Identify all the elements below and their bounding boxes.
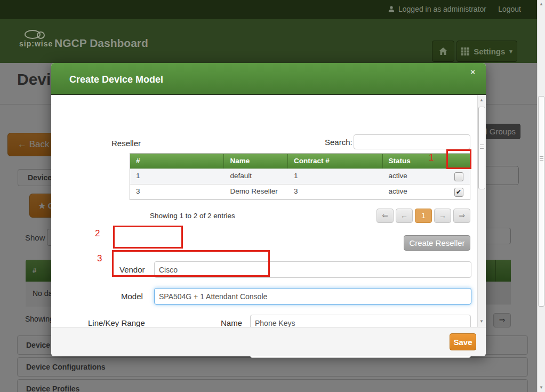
table-row[interactable]: 1 default 1 active [130, 169, 470, 184]
search-label: Search: [325, 138, 352, 147]
cell-id: 3 [130, 185, 224, 199]
linekey-range-label: Line/Key Range [88, 318, 145, 327]
pagination-prev-button[interactable]: ← [396, 209, 413, 223]
col-header-contract[interactable]: Contract # [288, 154, 382, 169]
modal-body: Reseller Search: # Name Contract # Statu… [51, 95, 486, 327]
cell-name: default [224, 169, 288, 184]
reseller-label: Reseller [111, 139, 141, 148]
close-icon[interactable]: × [470, 67, 475, 76]
scrollbar-grip [540, 156, 543, 161]
vendor-input[interactable] [154, 261, 471, 278]
pagination: ⇐ ← 1 → ⇒ [376, 209, 470, 223]
top-bar: Logged in as administrator Logout [0, 0, 545, 19]
linekey-name-label: Name [221, 318, 242, 327]
sipwise-logo-icon-small [37, 31, 45, 39]
screen: Logged in as administrator Logout sip:wi… [0, 0, 545, 392]
scroll-up-icon[interactable]: ▲ [478, 96, 485, 105]
save-button[interactable]: Save [450, 333, 476, 350]
home-button[interactable] [432, 41, 454, 62]
settings-label: Settings [474, 47, 505, 56]
logout-link[interactable]: Logout [498, 5, 521, 13]
page-scrollbar[interactable]: ▲ ▼ [537, 0, 545, 392]
user-icon [388, 6, 395, 12]
brand-sipwise-text: sip:wise [19, 39, 53, 48]
cell-contract: 1 [288, 169, 382, 184]
cell-status: active [383, 169, 448, 184]
create-reseller-button[interactable]: Create Reseller [404, 235, 470, 251]
logged-in-label: Logged in as administrator [398, 5, 486, 13]
pagination-last-button[interactable]: ⇒ [453, 209, 470, 223]
model-input[interactable] [154, 288, 471, 305]
caret-down-icon: ▾ [509, 48, 512, 55]
pagination-next-button[interactable]: → [434, 209, 451, 223]
table-row[interactable]: 3 Demo Reseller 3 active ✔ [130, 184, 470, 199]
search-input[interactable] [354, 134, 470, 149]
modal-scrollbar[interactable]: ▲ ▼ [477, 95, 486, 327]
reseller-checkbox-checked[interactable]: ✔ [454, 188, 463, 197]
scrollbar-grip [480, 145, 484, 149]
modal-footer: Save [51, 327, 486, 356]
pagination-page-1-button[interactable]: 1 [415, 209, 432, 223]
page-scrollbar-thumb[interactable] [538, 96, 544, 307]
logged-in-user: Logged in as administrator [388, 5, 486, 13]
home-icon [439, 47, 447, 55]
col-header-id[interactable]: # [130, 154, 224, 169]
col-header-status[interactable]: Status [383, 154, 448, 169]
cell-contract: 3 [288, 185, 382, 199]
create-device-model-modal: Create Device Model × Reseller Search: #… [51, 63, 486, 356]
cell-name: Demo Reseller [224, 185, 288, 199]
scroll-down-icon[interactable]: ▼ [478, 317, 485, 326]
showing-entries-text: Showing 1 to 2 of 2 entries [150, 212, 235, 220]
modal-title: Create Device Model [69, 74, 163, 85]
scroll-down-icon[interactable]: ▼ [538, 383, 545, 392]
cell-id: 1 [130, 169, 224, 184]
modal-scrollbar-thumb[interactable] [478, 107, 485, 189]
reseller-checkbox[interactable] [454, 172, 463, 181]
navbar: sip:wise NGCP Dashboard Settings ▾ [0, 19, 545, 63]
scroll-up-icon[interactable]: ▲ [538, 0, 545, 9]
brand-title: NGCP Dashboard [54, 37, 148, 50]
vendor-label: Vendor [119, 265, 145, 274]
pagination-first-button[interactable]: ⇐ [376, 209, 394, 223]
col-header-select [447, 154, 470, 169]
reseller-table: # Name Contract # Status 1 default 1 act… [130, 153, 470, 200]
grid-icon [461, 47, 469, 55]
col-header-name[interactable]: Name [224, 154, 288, 169]
reseller-table-header: # Name Contract # Status [130, 154, 470, 169]
modal-header: Create Device Model × [51, 63, 486, 95]
model-label: Model [121, 292, 143, 301]
cell-status: active [383, 185, 448, 199]
settings-button[interactable]: Settings ▾ [456, 41, 517, 62]
